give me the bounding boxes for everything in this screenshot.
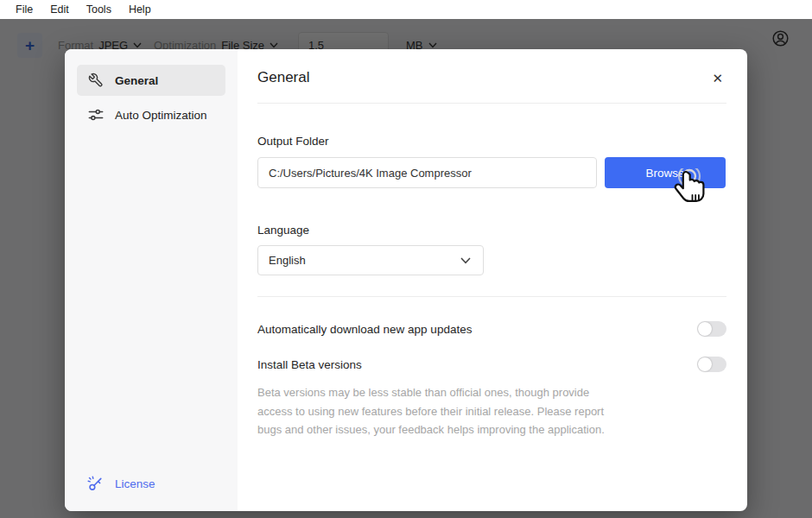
chevron-down-icon (460, 257, 471, 264)
menu-bar: File Edit Tools Help (0, 0, 812, 19)
language-label: Language (257, 224, 726, 237)
install-beta-toggle[interactable] (697, 357, 726, 372)
sidebar-item-label: General (115, 74, 158, 87)
sidebar-item-general[interactable]: General (77, 65, 225, 96)
settings-content: General ✕ Output Folder C:/Users/Picture… (238, 49, 747, 511)
auto-update-label: Automatically download new app updates (257, 323, 472, 336)
header-divider (257, 103, 726, 104)
language-select[interactable]: English (257, 245, 484, 275)
dialog-title: General (257, 69, 309, 86)
language-value: English (269, 254, 306, 267)
browse-button[interactable]: Browse (605, 157, 726, 188)
sliders-icon (87, 107, 104, 123)
license-button[interactable]: License (77, 470, 225, 497)
wrench-icon (87, 73, 104, 88)
output-folder-input[interactable]: C:/Users/Pictures/4K Image Compressor (257, 157, 597, 188)
key-icon (87, 476, 104, 492)
section-divider (257, 296, 726, 297)
menu-edit[interactable]: Edit (41, 3, 78, 16)
sidebar-item-auto-optimization[interactable]: Auto Optimization (77, 99, 225, 130)
toggle-knob (698, 322, 712, 336)
settings-sidebar: General Auto Optimization (65, 49, 238, 511)
license-label: License (115, 477, 155, 490)
settings-dialog: General Auto Optimization (65, 49, 747, 511)
menu-tools[interactable]: Tools (78, 3, 120, 16)
sidebar-item-label: Auto Optimization (115, 109, 207, 122)
install-beta-label: Install Beta versions (257, 358, 362, 371)
beta-description: Beta versions may be less stable than of… (257, 383, 620, 439)
menu-file[interactable]: File (7, 3, 41, 16)
menu-help[interactable]: Help (120, 3, 160, 16)
toggle-knob (698, 357, 712, 371)
auto-update-toggle[interactable] (697, 321, 726, 337)
output-folder-label: Output Folder (257, 135, 726, 148)
close-icon[interactable]: ✕ (708, 70, 726, 86)
